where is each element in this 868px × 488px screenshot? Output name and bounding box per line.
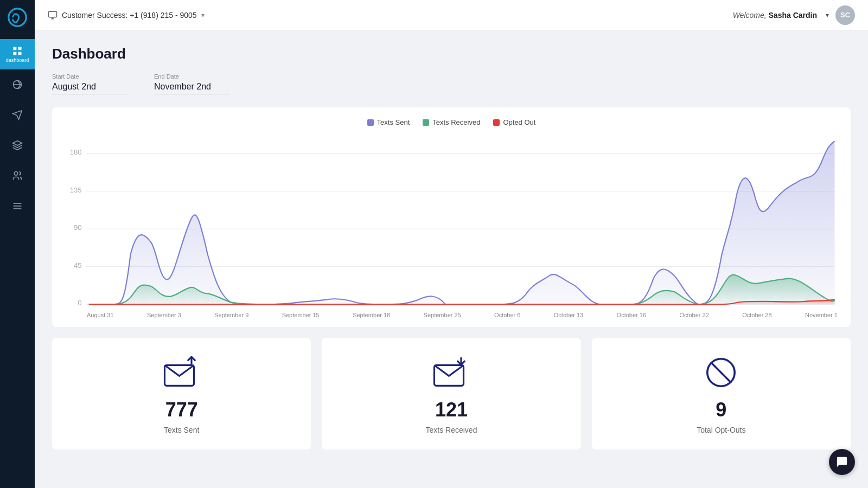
phone-chevron-icon[interactable]: ▾ xyxy=(201,11,205,19)
header: Customer Success: +1 (918) 215 - 9005 ▾ … xyxy=(35,0,868,30)
svg-line-29 xyxy=(711,362,731,383)
legend-texts-received: Texts Received xyxy=(423,118,480,126)
legend-opted-out-label: Opted Out xyxy=(503,118,535,126)
receive-icon xyxy=(432,355,471,392)
svg-text:45: 45 xyxy=(74,261,82,269)
monitor-icon xyxy=(48,10,58,20)
svg-rect-4 xyxy=(18,52,22,55)
stat-label-texts-received: Texts Received xyxy=(426,426,477,434)
stat-number-texts-sent: 777 xyxy=(165,399,198,421)
chart-x-labels: August 31 September 3 September 9 Septem… xyxy=(65,309,838,318)
stat-card-texts-sent: 777 Texts Sent xyxy=(52,338,311,450)
stats-row: 777 Texts Sent 121 Text xyxy=(52,338,851,450)
app-logo[interactable] xyxy=(0,0,35,35)
avatar[interactable]: SC xyxy=(835,5,855,25)
svg-marker-6 xyxy=(13,141,22,145)
x-label-sep3: September 3 xyxy=(147,312,181,318)
svg-rect-11 xyxy=(49,11,57,17)
send-icon xyxy=(162,355,201,392)
stat-card-opt-outs: 9 Total Opt-Outs xyxy=(592,338,851,450)
sidebar-dashboard-label: dashboard xyxy=(6,57,29,63)
svg-rect-3 xyxy=(14,52,17,55)
stat-number-texts-received: 121 xyxy=(435,399,468,421)
legend-texts-sent-label: Texts Sent xyxy=(377,118,410,126)
sidebar-nav: dashboard xyxy=(0,39,35,488)
x-label-oct16: October 16 xyxy=(617,312,646,318)
sidebar-item-dashboard[interactable]: dashboard xyxy=(0,39,35,69)
sidebar-item-layers[interactable] xyxy=(0,130,35,160)
texts-sent-dot xyxy=(367,119,374,126)
svg-rect-2 xyxy=(18,47,22,50)
legend-texts-received-label: Texts Received xyxy=(432,118,480,126)
sidebar-item-contacts[interactable] xyxy=(0,160,35,191)
x-label-sep15: September 15 xyxy=(282,312,320,318)
sidebar-item-campaigns[interactable] xyxy=(0,69,35,100)
end-date-value[interactable]: November 2nd xyxy=(154,82,230,94)
svg-text:0: 0 xyxy=(78,299,81,307)
chart-area: 0 45 90 135 180 xyxy=(65,135,838,309)
page-title: Dashboard xyxy=(52,46,851,62)
x-label-nov1: November 1 xyxy=(805,312,838,318)
opted-out-dot xyxy=(493,119,500,126)
welcome-name: Sasha Cardin xyxy=(769,11,817,20)
x-label-oct22: October 22 xyxy=(679,312,709,318)
sidebar-item-broadcast[interactable] xyxy=(0,100,35,130)
start-date-value[interactable]: August 2nd xyxy=(52,82,128,94)
chart-svg: 0 45 90 135 180 xyxy=(65,135,838,309)
svg-text:90: 90 xyxy=(74,223,82,232)
svg-rect-1 xyxy=(14,47,17,50)
x-label-sep9: September 9 xyxy=(214,312,248,318)
texts-received-dot xyxy=(423,119,429,126)
header-phone[interactable]: Customer Success: +1 (918) 215 - 9005 ▾ xyxy=(48,10,205,20)
chart-card: Texts Sent Texts Received Opted Out 0 45… xyxy=(52,107,851,327)
x-label-oct13: October 13 xyxy=(554,312,583,318)
start-date-field[interactable]: Start Date August 2nd xyxy=(52,73,128,94)
stat-card-texts-received: 121 Texts Received xyxy=(322,338,580,450)
date-filters: Start Date August 2nd End Date November … xyxy=(52,73,851,94)
end-date-field[interactable]: End Date November 2nd xyxy=(154,73,230,94)
content-area: Dashboard Start Date August 2nd End Date… xyxy=(35,30,868,488)
chat-icon xyxy=(836,456,848,468)
optout-icon xyxy=(701,355,741,392)
start-date-label: Start Date xyxy=(52,73,128,80)
stat-label-opt-outs: Total Opt-Outs xyxy=(697,426,745,434)
header-right: Welcome, Sasha Cardin ▾ SC xyxy=(733,5,855,25)
phone-label: Customer Success: +1 (918) 215 - 9005 xyxy=(62,11,197,20)
svg-text:135: 135 xyxy=(70,186,82,194)
x-label-oct6: October 6 xyxy=(494,312,520,318)
sidebar: dashboard xyxy=(0,0,35,488)
x-label-sep18: September 18 xyxy=(353,312,390,318)
svg-text:180: 180 xyxy=(70,148,82,156)
x-label-oct28: October 28 xyxy=(742,312,771,318)
end-date-label: End Date xyxy=(154,73,230,80)
welcome-chevron-icon[interactable]: ▾ xyxy=(826,11,829,19)
legend-texts-sent: Texts Sent xyxy=(367,118,410,126)
chat-button[interactable] xyxy=(829,449,855,475)
svg-point-7 xyxy=(14,172,18,176)
svg-point-0 xyxy=(9,9,26,26)
stat-label-texts-sent: Texts Sent xyxy=(164,426,199,434)
x-label-aug31: August 31 xyxy=(87,312,114,318)
stat-number-opt-outs: 9 xyxy=(716,399,726,421)
welcome-text: Welcome, Sasha Cardin xyxy=(733,11,817,20)
sidebar-item-menu[interactable] xyxy=(0,191,35,221)
main-content: Customer Success: +1 (918) 215 - 9005 ▾ … xyxy=(35,0,868,488)
chart-legend: Texts Sent Texts Received Opted Out xyxy=(65,118,838,126)
x-label-sep25: September 25 xyxy=(424,312,461,318)
legend-opted-out: Opted Out xyxy=(493,118,535,126)
